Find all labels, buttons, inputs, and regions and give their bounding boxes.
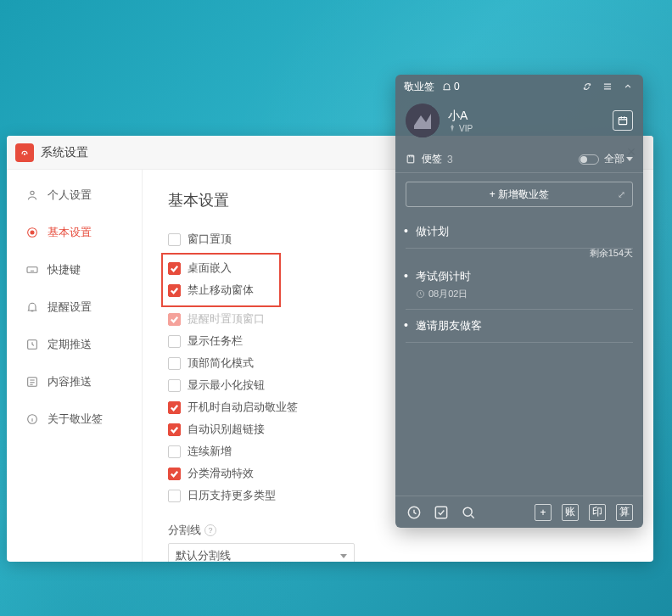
- checkbox-icon[interactable]: [168, 335, 181, 348]
- footer-box-3[interactable]: 算: [616, 504, 633, 521]
- list-square-icon: [25, 375, 39, 389]
- widget-footer: + 账 印 算: [395, 496, 643, 528]
- option-label: 顶部简化模式: [188, 356, 254, 371]
- svg-rect-3: [27, 267, 37, 273]
- tab-label[interactable]: 便签: [422, 152, 442, 166]
- widget-app-name: 敬业签: [404, 80, 434, 94]
- note-countdown: 剩余154天: [590, 247, 633, 260]
- settings-sidebar: 个人设置 基本设置 快捷键 提醒设置 定期推送 内容推送: [7, 170, 143, 562]
- menu-icon[interactable]: [601, 80, 614, 93]
- expand-icon: ⤢: [618, 189, 625, 200]
- note-list: 做计划 剩余154天 考试倒计时 08月02日 邀请朋友做客: [395, 216, 643, 496]
- svg-point-2: [31, 231, 34, 234]
- svg-point-0: [31, 191, 34, 194]
- checkbox-icon[interactable]: [168, 262, 181, 275]
- profile-section: 小A VIP: [395, 98, 643, 146]
- option-label: 分类滑动特效: [188, 466, 254, 481]
- sidebar-item-content[interactable]: 内容推送: [7, 363, 142, 400]
- sidebar-item-reminder[interactable]: 提醒设置: [7, 288, 142, 326]
- target-icon: [25, 226, 39, 239]
- option-label: 提醒时置顶窗口: [188, 311, 265, 327]
- sidebar-item-label: 快捷键: [48, 262, 81, 277]
- sidebar-item-personal[interactable]: 个人设置: [7, 176, 142, 214]
- add-note-button[interactable]: + 新增敬业签 ⤢: [406, 182, 633, 207]
- chevron-down-icon: [340, 554, 347, 558]
- option-label: 桌面嵌入: [188, 260, 232, 276]
- note-title: 做计划: [407, 224, 631, 239]
- app-logo-icon: [15, 143, 34, 162]
- note-tabs-icon: [406, 154, 417, 165]
- note-title: 邀请朋友做客: [407, 318, 631, 333]
- info-icon: [25, 412, 39, 426]
- keyboard-icon: [25, 263, 39, 277]
- done-icon[interactable]: [433, 504, 450, 521]
- option-label: 禁止移动窗体: [188, 283, 254, 298]
- profile-name: 小A: [448, 109, 604, 124]
- note-item[interactable]: 做计划: [406, 216, 633, 249]
- search-icon[interactable]: [460, 504, 477, 521]
- sidebar-item-label: 基本设置: [48, 225, 92, 240]
- svg-rect-12: [435, 507, 446, 518]
- sidebar-item-schedule[interactable]: 定期推送: [7, 326, 142, 363]
- sidebar-item-shortcut[interactable]: 快捷键: [7, 251, 142, 288]
- chevron-down-icon: [626, 157, 633, 161]
- clock-square-icon: [25, 338, 39, 351]
- notification-badge[interactable]: 0: [441, 81, 460, 92]
- sync-icon[interactable]: [580, 80, 594, 93]
- sidebar-item-basic[interactable]: 基本设置: [7, 214, 142, 251]
- sidebar-item-label: 提醒设置: [48, 300, 92, 315]
- footer-box-1[interactable]: 账: [562, 504, 579, 521]
- checkbox-icon[interactable]: [168, 379, 181, 392]
- checkbox-icon[interactable]: [168, 233, 181, 246]
- footer-box-2[interactable]: 印: [589, 504, 606, 521]
- bell-icon: [25, 300, 39, 314]
- checkbox-icon[interactable]: [168, 490, 181, 502]
- select-value: 默认分割线: [176, 548, 231, 562]
- option-label: 连续新增: [188, 444, 232, 459]
- divider-select[interactable]: 默认分割线: [168, 543, 355, 562]
- option-label: 开机时自动启动敬业签: [188, 400, 298, 415]
- option-label: 日历支持更多类型: [188, 488, 276, 503]
- history-icon[interactable]: [406, 504, 423, 521]
- filter-dropdown[interactable]: 全部: [604, 152, 633, 166]
- checkbox-icon[interactable]: [168, 423, 181, 436]
- widget-header: 敬业签 0: [395, 75, 643, 98]
- note-item[interactable]: 剩余154天 考试倒计时 08月02日: [406, 260, 633, 310]
- window-title: 系统设置: [41, 145, 88, 160]
- add-box-icon[interactable]: +: [535, 504, 552, 521]
- checkbox-icon[interactable]: [168, 284, 181, 297]
- diamond-icon: [448, 124, 456, 132]
- option-label: 自动识别超链接: [188, 422, 265, 437]
- add-button-label: + 新增敬业签: [490, 188, 549, 202]
- option-label: 显示最小化按钮: [188, 378, 265, 393]
- widget-tabbar: 便签 3 全部: [395, 146, 643, 173]
- sidebar-item-about[interactable]: 关于敬业签: [7, 400, 142, 438]
- sticky-widget: 敬业签 0 小A VIP 便签 3 全部: [395, 75, 643, 528]
- option-desktop-embed[interactable]: 桌面嵌入: [168, 258, 254, 278]
- highlight-annotation: 桌面嵌入 禁止移动窗体: [161, 253, 281, 307]
- vip-badge: VIP: [448, 124, 604, 133]
- svg-rect-8: [619, 118, 626, 125]
- option-lock-move[interactable]: 禁止移动窗体: [168, 280, 254, 300]
- option-label: 显示任务栏: [188, 333, 243, 349]
- view-toggle[interactable]: [579, 154, 599, 165]
- chevron-up-icon[interactable]: [621, 80, 635, 93]
- checkbox-icon[interactable]: [168, 357, 181, 370]
- note-title: 考试倒计时: [407, 269, 631, 284]
- note-item[interactable]: 邀请朋友做客: [406, 310, 633, 343]
- sidebar-item-label: 关于敬业签: [48, 412, 103, 427]
- sidebar-item-label: 内容推送: [48, 374, 92, 389]
- checkbox-icon[interactable]: [168, 313, 181, 326]
- calendar-icon[interactable]: [613, 110, 633, 131]
- checkbox-icon[interactable]: [168, 468, 181, 480]
- checkbox-icon[interactable]: [168, 401, 181, 414]
- clock-icon: [416, 289, 425, 299]
- help-icon[interactable]: ?: [204, 524, 216, 536]
- sidebar-item-label: 个人设置: [48, 188, 92, 203]
- checkbox-icon[interactable]: [168, 445, 181, 458]
- sidebar-item-label: 定期推送: [48, 337, 92, 352]
- avatar[interactable]: [406, 104, 440, 137]
- option-label: 窗口置顶: [188, 232, 232, 247]
- svg-point-13: [463, 507, 472, 516]
- note-subtext: 08月02日: [407, 288, 631, 300]
